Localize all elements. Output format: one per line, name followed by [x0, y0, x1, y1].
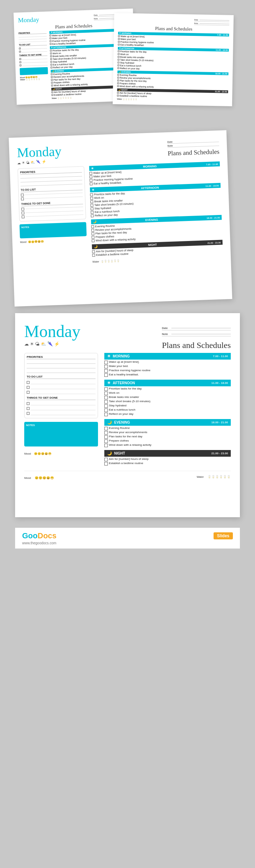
afternoon-item-1-c4: Prioritize tasks for the day.: [104, 387, 231, 391]
things-label-c4: THINGS TO GET DONE: [27, 396, 96, 400]
note-label-c4: Note: [162, 332, 168, 336]
priorities-m1: PRIORITIES: [18, 31, 46, 35]
note-label-m2: Note: [194, 22, 198, 24]
water-row-c3: Water 🥛🥛🥛🥛🥛🥛: [92, 256, 223, 264]
afternoon-item-3-c4: Break tasks into smaller: [104, 395, 231, 399]
afternoon-item-6-c4: Eat a nutritious lunch: [104, 408, 231, 412]
night-item-1-c4: Aim for [number] hours of sleep: [104, 457, 231, 461]
planner-card-2: Date Note Plans and Schedules ☀ MORNING7…: [113, 13, 234, 106]
morning-header-c4: ☀ MORNING 7.00 - 11.00: [104, 353, 231, 360]
date-label-c4: Date: [162, 327, 168, 330]
date-label-c3: Date: [167, 140, 172, 143]
monday-title-c4: Monday: [24, 323, 80, 340]
water-m2: Water 🥛🥛🥛🥛🥛🥛: [117, 98, 228, 102]
night-item-2-c4: Establish a bedtime routine: [104, 462, 231, 465]
evening-item-2-c4: Review your accomplishments: [104, 431, 231, 435]
todo-label-c4: TO DO LIST: [27, 375, 96, 379]
water-label-c4: Water: [197, 475, 204, 479]
things-cb2-c4[interactable]: [27, 407, 30, 410]
plans-title-m2: Plans and Schedules: [118, 25, 229, 33]
note-label-m1: Note: [94, 18, 98, 20]
things-cb2-c3[interactable]: [21, 211, 24, 214]
things-cb1-c3[interactable]: [21, 208, 24, 210]
planner-card-3: Monday ☁☀🌤⛅🌂⚡ Date Note Plans and Schedu…: [9, 130, 232, 306]
todo-cb1-c4[interactable]: [27, 381, 30, 384]
things-cb3-c4[interactable]: [27, 412, 30, 415]
todo-cb2-c4[interactable]: [27, 386, 30, 389]
monday-title-c3: Monday: [17, 144, 62, 159]
todo-cb1-c3[interactable]: [21, 194, 24, 196]
todo-m1: TO DO LIST: [19, 43, 47, 46]
weather-icons-c4: ☁☀🌤⛅🌂⚡: [24, 341, 80, 347]
planner-card-4: Monday ☁☀🌤⛅🌂⚡ Date Note Plans and Schedu…: [15, 313, 240, 517]
weather-icons-c3: ☁☀🌤⛅🌂⚡: [17, 159, 62, 165]
docs-text: Docs: [38, 531, 57, 540]
plans-title-c4: Plans and Schedules: [162, 341, 231, 350]
notes-box-c3: NOTES: [19, 222, 86, 239]
notes-label-c3: NOTES: [21, 224, 85, 228]
things-m1: THINGS TO GET DONE: [19, 53, 47, 57]
water-row-c4: Water 🥛🥛🥛🥛🥛🥛: [197, 475, 231, 479]
morning-item-3-c4: Practice morning hygiene routine: [104, 369, 231, 373]
brand-logo: GooDocs: [22, 531, 57, 540]
goo-text: Goo: [22, 531, 38, 540]
mood-row-c4: Mood 😐🙂😊😄😁: [24, 452, 52, 455]
things-cb1-c4[interactable]: [27, 402, 30, 405]
afternoon-item-2-c4: Work on: [104, 391, 231, 395]
plans-title-c3: Plans and Schedules: [168, 148, 220, 157]
morning-item-4-c4: Eat a healthy breakfast.: [104, 373, 231, 377]
note-label-c3: Note: [168, 144, 173, 147]
footer-url: www.thegoodocs.com: [22, 541, 233, 545]
evening-header-c4: 🌙 EVENING 18.00 - 21.00: [104, 419, 231, 426]
things-cb3-c3[interactable]: [22, 215, 25, 218]
mood-row-c4-bottom: Mood 😐🙂😊😄😁: [24, 476, 54, 480]
evening-item-3-c4: Plan tasks for the next day: [104, 435, 231, 439]
afternoon-item-7-c4: Reflect on your day: [104, 412, 231, 416]
afternoon-item-4-c4: Take short breaks (5-10 minutes): [104, 400, 231, 404]
evening-item-1-c4: Evening Routine: [104, 426, 231, 430]
notes-label-c4: NOTES: [26, 424, 96, 427]
morning-item-1-c4: Wake up at [insert time].: [104, 360, 231, 364]
night-header-c4: 🌙 NIGHT 21.00 - 23.00: [104, 450, 231, 457]
slides-badge: Slides: [214, 532, 233, 539]
todo-cb3-c4[interactable]: [27, 391, 30, 394]
notes-box-m1: [20, 67, 48, 75]
mood-row-c3: Mood 😐🙂😊😄😁: [20, 238, 87, 244]
footer-brand-section: GooDocs Slides www.thegoodocs.com: [15, 528, 240, 549]
evening-item-4-c4: Prepare clothes: [104, 439, 231, 443]
todo-cb2-c3[interactable]: [21, 197, 24, 200]
afternoon-header-c4: ☀ AFTERNOON 11.00 - 18.00: [104, 380, 231, 386]
notes-box-c4: NOTES: [24, 422, 98, 446]
priorities-label-c4: PRIORITIES: [27, 355, 96, 359]
morning-item-2-c4: Make your bed.: [104, 365, 231, 368]
date-label-m2: Date: [194, 19, 198, 21]
date-label-m1: Date: [94, 14, 98, 16]
afternoon-item-5-c4: Stay hydrated: [104, 404, 231, 408]
monday-title-mini1: Monday: [18, 16, 39, 24]
mood-label-c4: Mood: [24, 476, 31, 480]
evening-item-5-c4: Wind down with a relaxing activity: [104, 443, 231, 447]
